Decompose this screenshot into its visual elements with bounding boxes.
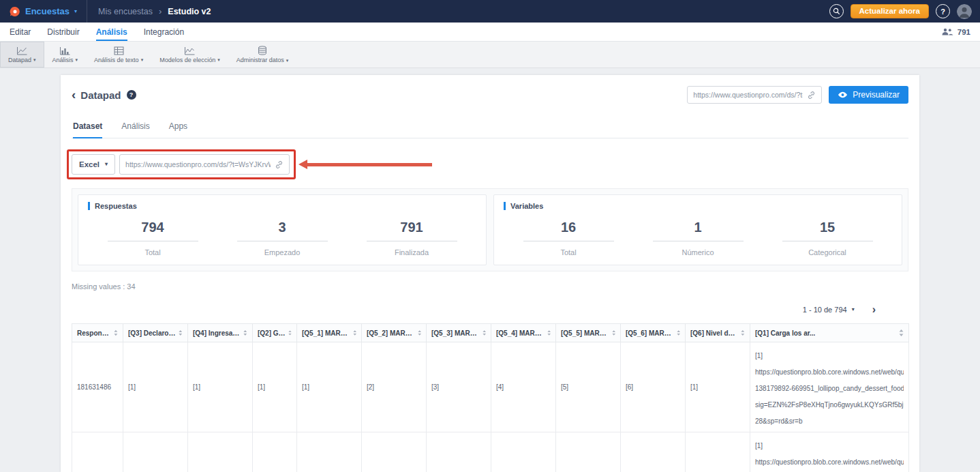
responses-stat-card: Respuestas 794Total 3Empezado 791Finaliz… — [78, 194, 487, 265]
pagination: 1 - 10 de 794 ▾ › — [72, 304, 908, 315]
ribbon-item-analisis-de-texto[interactable]: Análisis de texto▾ — [86, 42, 151, 68]
preview-button[interactable]: Previsualizar — [829, 86, 908, 104]
chevron-down-icon: ▾ — [105, 162, 108, 167]
sort-icon — [612, 329, 615, 336]
database-icon — [258, 46, 267, 55]
ribbon-item-analisis[interactable]: Análisis▾ — [44, 42, 87, 68]
variables-stat-card: Variables 16Total 1Númerico 15Categorica… — [493, 194, 902, 265]
cell-value: [1] — [253, 342, 297, 432]
cell-value: [4] — [491, 342, 556, 432]
nav-tab-integracion[interactable]: Integración — [144, 23, 184, 41]
chevron-down-icon: ▾ — [217, 57, 220, 62]
share-url-box — [687, 86, 822, 104]
export-format-select[interactable]: Excel ▾ — [72, 154, 115, 175]
update-now-button[interactable]: Actualizar ahora — [851, 4, 929, 18]
nav-tab-editar[interactable]: Editar — [10, 23, 31, 41]
datapad-card: ‹ Datapad ? Previsualizar Dataset Anális… — [61, 75, 919, 472]
sort-icon — [418, 329, 421, 336]
pagination-range-dropdown[interactable]: 1 - 10 de 794 ▾ — [803, 306, 855, 314]
cell-file-upload: [1] https://questionpro.blob.core.window… — [750, 342, 909, 432]
table-row[interactable]: 181631534 [1] [1] [1] [1] [2] [3] [4] [5… — [72, 432, 909, 472]
main-area: ‹ Datapad ? Previsualizar Dataset Anális… — [0, 75, 980, 472]
column-header-q5-6[interactable]: [Q5_6] MARCAS_... — [621, 324, 686, 342]
chevron-down-icon: ▾ — [33, 57, 36, 62]
sort-icon — [288, 329, 292, 336]
ribbon-item-datapad[interactable]: Datapad▾ — [0, 42, 44, 68]
column-header-q6[interactable]: [Q6] Nivel de sat... — [686, 324, 750, 342]
cell-value: [2] — [362, 342, 427, 432]
nav-tab-analisis[interactable]: Análisis — [96, 23, 127, 41]
stat-card-title: Variables — [510, 202, 543, 210]
cell-value: [1] — [253, 432, 297, 472]
stat-total: 16Total — [504, 220, 633, 256]
nav-tab-distribuir[interactable]: Distribuir — [47, 23, 79, 41]
ribbon-item-modelos-de-eleccion[interactable]: Modelos de elección▾ — [151, 42, 228, 68]
search-icon — [833, 8, 840, 15]
back-chevron-icon[interactable]: ‹ — [72, 88, 76, 101]
column-header-response-id[interactable]: Response ID — [72, 324, 123, 342]
annotation-arrow — [298, 160, 432, 169]
cell-value: [1] — [188, 432, 253, 472]
cell-value: [6] — [621, 342, 686, 432]
breadcrumb-my-surveys[interactable]: Mis encuestas — [98, 7, 153, 16]
questionpro-logo-icon — [10, 6, 20, 17]
datapad-tabs: Dataset Análisis Apps — [72, 121, 908, 138]
export-url-input[interactable] — [125, 160, 271, 168]
top-bar: Encuestas ▾ Mis encuestas › Estudio v2 A… — [0, 0, 980, 23]
column-header-q1[interactable]: [Q1] Carga los ar... — [750, 324, 909, 342]
search-button[interactable] — [829, 4, 844, 18]
datapad-help-button[interactable]: ? — [127, 90, 136, 100]
chevron-down-icon: ▾ — [286, 58, 289, 63]
chevron-down-icon: ▾ — [852, 307, 855, 312]
tab-dataset[interactable]: Dataset — [73, 121, 102, 138]
column-header-q5-1[interactable]: [Q5_1] MARCAS_... — [297, 324, 362, 342]
responses-counter[interactable]: 791 — [941, 28, 970, 36]
survey-nav-bar: Editar Distribuir Análisis Integración 7… — [0, 23, 980, 42]
chevron-right-icon: › — [159, 6, 162, 16]
text-table-icon — [114, 46, 124, 55]
column-header-q4[interactable]: [Q4] Ingresa tu n... — [188, 324, 253, 342]
missing-values-note: Missing values : 34 — [72, 282, 908, 291]
sort-icon — [547, 329, 551, 336]
stat-numerico: 1Númerico — [633, 220, 763, 256]
ribbon-item-administrar-datos[interactable]: Administrar datos▾ — [228, 42, 297, 68]
datapad-header: ‹ Datapad ? Previsualizar — [72, 75, 908, 104]
stat-categorical: 15Categorical — [763, 220, 892, 256]
cell-value: [1] — [686, 432, 750, 472]
column-header-q2[interactable]: [Q2] Género — [253, 324, 297, 342]
question-mark-icon: ? — [129, 91, 134, 98]
sort-icon — [243, 329, 247, 336]
tab-apps[interactable]: Apps — [169, 121, 187, 138]
table-row[interactable]: 181631486 [1] [1] [1] [1] [2] [3] [4] [5… — [72, 342, 909, 432]
column-header-q3[interactable]: [Q3] Declaro que... — [123, 324, 188, 342]
column-header-q5-5[interactable]: [Q5_5] MARCAS_... — [556, 324, 621, 342]
tab-analisis[interactable]: Análisis — [121, 121, 149, 138]
page-title: Datapad — [80, 89, 121, 101]
copy-link-button[interactable] — [807, 91, 816, 100]
share-url-input[interactable] — [693, 91, 803, 99]
column-header-q5-3[interactable]: [Q5_3] MARCAS_... — [427, 324, 491, 342]
export-format-value: Excel — [79, 160, 99, 168]
column-header-q5-4[interactable]: [Q5_4] MARCAS_... — [491, 324, 556, 342]
help-button[interactable]: ? — [936, 4, 950, 18]
analysis-ribbon: Datapad▾ Análisis▾ Análisis de texto▾ Mo… — [0, 42, 980, 68]
sort-icon — [677, 329, 680, 336]
product-switcher[interactable]: Encuestas ▾ — [0, 0, 87, 23]
line-chart-icon — [16, 46, 27, 55]
stat-card-title: Respuestas — [95, 202, 137, 210]
cell-response-id: 181631486 — [72, 342, 123, 432]
column-header-q5-2[interactable]: [Q5_2] MARCAS_... — [362, 324, 427, 342]
question-mark-icon: ? — [940, 8, 945, 16]
table-header-row: Response ID [Q3] Declaro que... [Q4] Ing… — [72, 324, 909, 342]
user-avatar[interactable] — [957, 4, 972, 19]
cell-value: [3] — [427, 432, 491, 472]
copy-export-link-button[interactable] — [275, 160, 284, 169]
responses-table: Response ID [Q3] Declaro que... [Q4] Ing… — [72, 323, 909, 472]
people-icon — [941, 28, 953, 35]
sort-icon — [899, 329, 904, 336]
export-url-box — [119, 154, 290, 175]
sort-icon — [353, 329, 356, 336]
accent-bar — [88, 202, 90, 210]
next-page-button[interactable]: › — [872, 304, 876, 315]
link-icon — [275, 160, 284, 169]
